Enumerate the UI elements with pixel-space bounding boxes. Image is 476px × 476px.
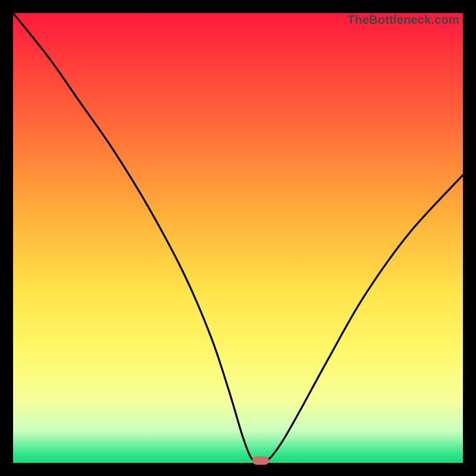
watermark-text: TheBottleneck.com (347, 13, 459, 27)
plot-area: TheBottleneck.com (13, 13, 463, 463)
bottleneck-marker (252, 456, 269, 465)
bottleneck-curve (13, 13, 463, 463)
chart-frame: TheBottleneck.com (0, 0, 476, 476)
